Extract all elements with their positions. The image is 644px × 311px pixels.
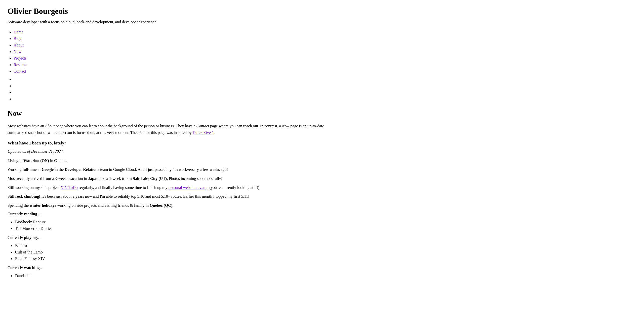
nav-blog[interactable]: Blog — [14, 36, 21, 41]
main-content: Now Most websites have an About page whe… — [8, 108, 345, 279]
nav-about[interactable]: About — [14, 43, 24, 47]
playing-list: Balatro Cult of the Lamb Final Fantasy X… — [8, 243, 345, 262]
social-icon-1[interactable] — [14, 76, 345, 82]
nav-projects[interactable]: Projects — [14, 56, 27, 60]
derek-sivers-link[interactable]: Derek Siver's — [193, 130, 214, 135]
update-date: Updated as of December 21, 2024. — [8, 148, 345, 154]
playing-item-3: Final Fantasy XIV — [15, 256, 345, 262]
watching-item-1: Dandadan — [15, 273, 345, 279]
paragraph-location: Living in Waterloo (ON) in Canada. — [8, 158, 345, 164]
page-title: Now — [8, 108, 345, 119]
main-nav: Home Blog About Now Projects Resume Cont… — [8, 29, 345, 74]
social-icons-list — [8, 76, 345, 102]
nav-home[interactable]: Home — [14, 30, 23, 34]
social-icon-2[interactable] — [14, 83, 345, 89]
site-subtitle: Software developer with a focus on cloud… — [8, 19, 345, 25]
paragraph-climbing: Still rock climbing! It's been just abou… — [8, 193, 345, 200]
reading-list: BioShock: Rapture The Murderbot Diaries — [8, 219, 345, 232]
nav-resume[interactable]: Resume — [14, 63, 27, 67]
playing-item-1: Balatro — [15, 243, 345, 249]
playing-item-2: Cult of the Lamb — [15, 249, 345, 255]
intro-paragraph: Most websites have an About page where y… — [8, 123, 345, 136]
what-section-heading: What have I been up to, lately? — [8, 140, 345, 146]
paragraph-holidays: Spending the winter holidays working on … — [8, 202, 345, 209]
social-icon-3[interactable] — [14, 89, 345, 95]
nav-now[interactable]: Now — [14, 49, 21, 54]
paragraph-work: Working full-time at Google in the Devel… — [8, 166, 345, 173]
currently-reading-label: Currently reading… — [8, 211, 345, 217]
social-icon-4[interactable] — [14, 96, 345, 102]
reading-item-2: The Murderbot Diaries — [15, 226, 345, 232]
paragraph-side-project: Still working on my side project XIV ToD… — [8, 184, 345, 191]
currently-watching-label: Currently watching… — [8, 265, 345, 271]
currently-playing-label: Currently playing… — [8, 235, 345, 241]
nav-contact[interactable]: Contact — [14, 69, 26, 73]
reading-item-1: BioShock: Rapture — [15, 219, 345, 225]
watching-list: Dandadan — [8, 273, 345, 279]
personal-website-link[interactable]: personal website revamp — [168, 185, 208, 190]
xiv-todo-link[interactable]: XIV ToDo — [61, 185, 78, 190]
paragraph-travel: Most recently arrived from a 3-weeks vac… — [8, 175, 345, 182]
site-title: Olivier Bourgeois — [8, 5, 345, 17]
